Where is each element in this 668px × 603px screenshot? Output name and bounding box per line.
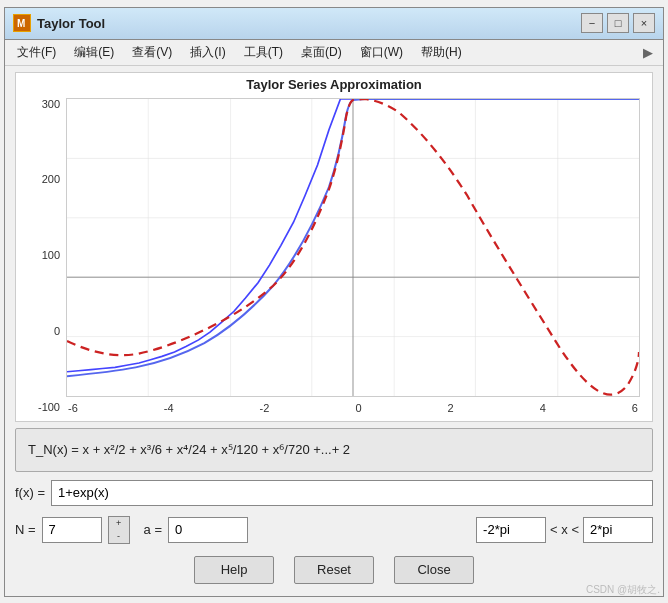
n-stepper: + - <box>108 516 130 544</box>
formula-text: T_N(x) = x + x²/2 + x³/6 + x⁴/24 + x⁵/12… <box>28 442 350 457</box>
range-right-input[interactable] <box>583 517 653 543</box>
maximize-button[interactable]: □ <box>607 13 629 33</box>
menu-view[interactable]: 查看(V) <box>124 42 180 63</box>
window-title: Taylor Tool <box>37 16 581 31</box>
app-icon: M <box>13 14 31 32</box>
buttons-row: Help Reset Close <box>15 552 653 590</box>
window-controls: − □ × <box>581 13 655 33</box>
title-bar: M Taylor Tool − □ × <box>5 8 663 40</box>
a-label: a = <box>144 522 162 537</box>
main-content: Taylor Series Approximation 300 200 100 … <box>5 66 663 596</box>
svg-text:M: M <box>17 18 25 29</box>
range-lt-label: < x < <box>550 522 579 537</box>
a-input[interactable] <box>168 517 248 543</box>
menu-window[interactable]: 窗口(W) <box>352 42 411 63</box>
x-label-neg2: -2 <box>260 402 270 414</box>
menu-file[interactable]: 文件(F) <box>9 42 64 63</box>
range-area: < x < <box>476 517 653 543</box>
menu-bar: 文件(F) 编辑(E) 查看(V) 插入(I) 工具(T) 桌面(D) 窗口(W… <box>5 40 663 66</box>
n-label: N = <box>15 522 36 537</box>
watermark: CSDN @胡牧之. <box>586 583 660 597</box>
menu-tools[interactable]: 工具(T) <box>236 42 291 63</box>
menu-insert[interactable]: 插入(I) <box>182 42 233 63</box>
y-label-0: 0 <box>54 325 60 337</box>
reset-button[interactable]: Reset <box>294 556 374 584</box>
close-action-button[interactable]: Close <box>394 556 474 584</box>
menu-edit[interactable]: 编辑(E) <box>66 42 122 63</box>
main-window: M Taylor Tool − □ × 文件(F) 编辑(E) 查看(V) 插入… <box>4 7 664 597</box>
fx-input[interactable] <box>51 480 653 506</box>
chart-svg <box>67 99 639 396</box>
toolbar-arrow: ▶ <box>643 45 659 60</box>
range-left-input[interactable] <box>476 517 546 543</box>
menu-desktop[interactable]: 桌面(D) <box>293 42 350 63</box>
n-stepper-up[interactable]: + <box>109 517 129 530</box>
y-label-100: 100 <box>42 249 60 261</box>
x-label-2: 2 <box>448 402 454 414</box>
chart-title: Taylor Series Approximation <box>16 73 652 94</box>
x-label-neg4: -4 <box>164 402 174 414</box>
x-label-neg6: -6 <box>68 402 78 414</box>
chart-area: Taylor Series Approximation 300 200 100 … <box>15 72 653 422</box>
fx-row: f(x) = <box>15 478 653 508</box>
y-label-200: 200 <box>42 173 60 185</box>
y-label-neg100: -100 <box>38 401 60 413</box>
x-label-6: 6 <box>632 402 638 414</box>
minimize-button[interactable]: − <box>581 13 603 33</box>
help-button[interactable]: Help <box>194 556 274 584</box>
x-label-0: 0 <box>355 402 361 414</box>
close-button[interactable]: × <box>633 13 655 33</box>
formula-box: T_N(x) = x + x²/2 + x³/6 + x⁴/24 + x⁵/12… <box>15 428 653 472</box>
y-label-300: 300 <box>42 98 60 110</box>
menu-help[interactable]: 帮助(H) <box>413 42 470 63</box>
x-label-4: 4 <box>540 402 546 414</box>
n-a-row: N = + - a = < x < <box>15 514 653 546</box>
n-stepper-down[interactable]: - <box>109 530 129 543</box>
n-input[interactable] <box>42 517 102 543</box>
fx-label: f(x) = <box>15 485 45 500</box>
